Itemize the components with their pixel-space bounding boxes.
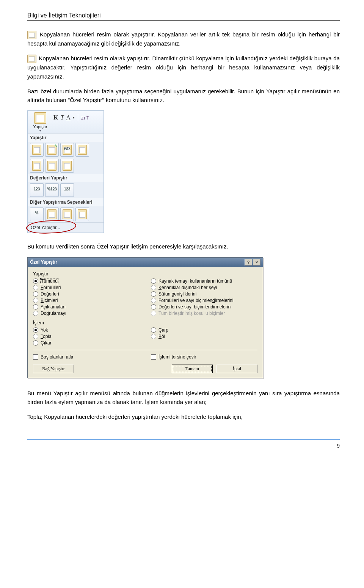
bold-button[interactable]: K — [53, 114, 58, 121]
paste-values-button[interactable]: 123 — [30, 183, 44, 197]
paste-values-row: 123 %123 123 — [28, 182, 104, 198]
page-header: Bilgi ve İletişim Teknolojileri — [27, 12, 340, 19]
font-format-group: K T A ▾ zı T — [51, 112, 89, 121]
paragraph-1: Kopyalanan hücreleri resim olarak yapışt… — [27, 30, 340, 48]
opt-formulas-number-fmt[interactable]: Formülleri ve sayı biçimlendirmelerini — [151, 298, 257, 303]
op-divide[interactable]: Böl — [151, 334, 257, 339]
paste-keep-source-button[interactable] — [75, 143, 89, 157]
paste-group-label: Yapıştır — [33, 271, 257, 277]
paste-picture-button[interactable] — [60, 208, 74, 221]
opt-all[interactable]: Tümünü — [33, 278, 140, 284]
paste-right-column: Kaynak temayı kullananların tümünü Kenar… — [151, 277, 257, 317]
separator — [78, 114, 78, 121]
underline-button[interactable]: A — [66, 114, 71, 121]
opt-conditional-formats: Tüm birleştirilmiş koşullu biçimler — [151, 311, 257, 316]
paste-no-borders-button[interactable] — [30, 159, 44, 173]
ok-button[interactable]: Tamam — [172, 365, 213, 373]
op-right-column: Çarp Böl — [151, 326, 257, 347]
paste-all-button[interactable] — [30, 143, 44, 157]
op-add[interactable]: Topla — [33, 334, 140, 339]
page: Bilgi ve İletişim Teknolojileri Kopyalan… — [0, 0, 364, 588]
paragraph-4: Bu komutu verdikten sonra Özel Yapıştır … — [27, 242, 340, 251]
op-multiply[interactable]: Çarp — [151, 327, 257, 333]
radio-selected-icon — [33, 278, 38, 284]
opt-theme[interactable]: Kaynak temayı kullananların tümünü — [151, 278, 257, 284]
clipboard-icon — [34, 112, 46, 124]
paste-link-button[interactable] — [45, 208, 59, 221]
opt-formulas[interactable]: Formülleri — [33, 285, 140, 290]
paste-formulas-button[interactable]: fx — [45, 143, 59, 157]
opt-formats[interactable]: Biçimleri — [33, 298, 140, 303]
paste-values-source-button[interactable]: 123 — [60, 183, 74, 197]
dialog-titlebar: Özel Yapıştır ? × — [28, 258, 263, 267]
paragraph-5: Bu menü Yapıştır açılır menüsü altında b… — [27, 389, 340, 407]
help-button[interactable]: ? — [245, 259, 252, 266]
other-paste-row: % — [28, 206, 104, 222]
opt-no-borders[interactable]: Kenarlıklar dışındaki her şeyi — [151, 285, 257, 290]
paste-section-header: Yapıştır — [28, 134, 104, 142]
footer-rule — [27, 439, 340, 440]
opt-validation[interactable]: Doğrulamayı — [33, 311, 140, 316]
operation-group-label: İşlem — [33, 320, 257, 325]
paste-special-dialog: Özel Yapıştır ? × Yapıştır Tümünü Formül… — [27, 257, 263, 378]
paragraph-2: Kopyalanan hücreleri resim olarak yapışt… — [27, 54, 340, 81]
paste-formulas-number-button[interactable]: %fx — [60, 143, 74, 157]
paste-formatting-button[interactable]: % — [30, 208, 44, 221]
paragraph-6: Topla; Kopyalanan hücrelerdeki değerleri… — [27, 412, 340, 421]
opt-col-widths[interactable]: Sütun genişliklerini — [151, 291, 257, 297]
paste-special-menu-item[interactable]: Özel Yapıştır... — [28, 222, 104, 233]
paste-left-column: Tümünü Formülleri Değerleri Biçimleri Aç… — [33, 277, 140, 317]
cancel-button[interactable]: İptal — [217, 365, 257, 373]
chk-transpose[interactable]: İşlemi tersine çevir — [151, 354, 257, 360]
close-button[interactable]: × — [253, 259, 260, 266]
paste-values-section-header: Değerleri Yapıştır — [28, 174, 104, 182]
opt-values-number-fmt[interactable]: Değerleri ve sayı biçimlendirmelerini — [151, 304, 257, 310]
paragraph-3: Bazı özel durumlarda birden fazla yapışt… — [27, 87, 340, 105]
checkbox-icon — [33, 354, 38, 360]
other-paste-section-header: Diğer Yapıştırma Seçenekleri — [28, 198, 104, 206]
paragraph-1-text: Kopyalanan hücreleri resim olarak yapışt… — [27, 31, 340, 47]
paste-linked-picture-icon — [27, 55, 36, 63]
paste-options-row-2 — [28, 158, 104, 174]
paste-transpose-button[interactable] — [60, 159, 74, 173]
opt-values[interactable]: Değerleri — [33, 291, 140, 297]
paste-split-button[interactable]: Yapıştır ▼ — [29, 112, 51, 132]
op-subtract[interactable]: Çıkar — [33, 340, 140, 346]
paste-dropdown-panel: Yapıştır ▼ K T A ▾ zı T Yapıştır fx %fx — [27, 110, 104, 233]
paste-column-widths-button[interactable] — [45, 159, 59, 173]
dialog-title-text: Özel Yapıştır — [30, 259, 57, 265]
checkbox-icon — [151, 354, 156, 360]
dialog-button-row: Bağ Yapıştır Tamam İptal — [33, 365, 257, 373]
chk-skip-blanks[interactable]: Boş olanları atla — [33, 354, 140, 360]
paste-linked-picture-button[interactable] — [75, 208, 89, 221]
paste-values-number-button[interactable]: %123 — [45, 183, 59, 197]
italic-button[interactable]: T — [60, 114, 64, 121]
underline-dropdown-icon[interactable]: ▾ — [73, 116, 75, 119]
paste-link-button[interactable]: Bağ Yapıştır — [33, 365, 74, 373]
paragraph-2-text: Kopyalanan hücreleri resim olarak yapışt… — [27, 55, 340, 79]
paste-as-picture-icon — [27, 31, 36, 39]
ribbon-strip: Yapıştır ▼ K T A ▾ zı T — [28, 111, 104, 134]
op-left-column: Yok Topla Çıkar — [33, 326, 140, 347]
paste-options-row-1: fx %fx — [28, 142, 104, 158]
page-number: 9 — [27, 443, 340, 449]
cropped-text: zı T — [81, 115, 89, 121]
op-none[interactable]: Yok — [33, 327, 140, 333]
dialog-body: Yapıştır Tümünü Formülleri Değerleri Biç… — [28, 267, 263, 378]
header-rule — [27, 20, 340, 21]
opt-comments[interactable]: Açıklamaları — [33, 304, 140, 310]
dialog-separator — [33, 350, 257, 350]
dropdown-arrow-icon: ▼ — [39, 129, 42, 132]
paste-button-label: Yapıştır — [33, 124, 47, 129]
